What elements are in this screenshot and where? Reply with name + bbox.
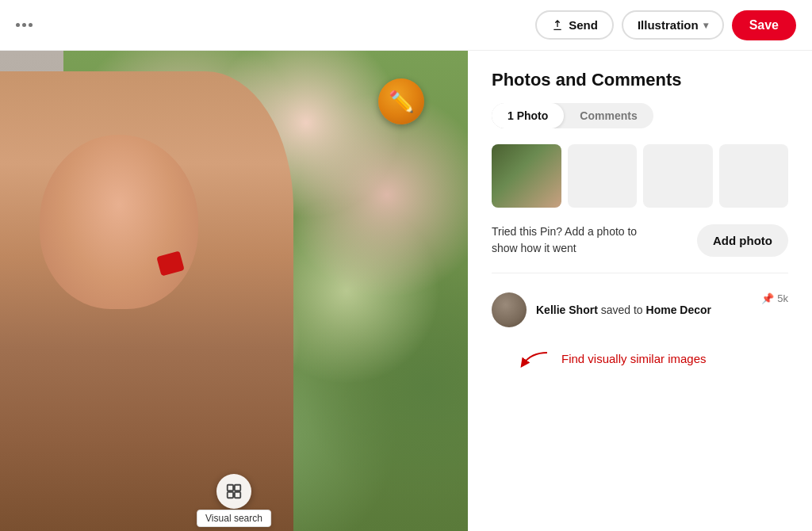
save-button[interactable]: Save	[732, 10, 796, 40]
visual-search-button[interactable]	[216, 474, 251, 509]
photo-slot-2	[568, 144, 638, 208]
more-options-button[interactable]	[16, 23, 33, 27]
right-panel: Photos and Comments 1 Photo Comments Tri…	[468, 51, 812, 531]
visual-search-icon	[225, 483, 243, 500]
svg-rect-3	[235, 492, 240, 498]
photo-thumbnail-1[interactable]	[492, 144, 561, 208]
pin-icon: 📌	[761, 292, 774, 304]
board-name[interactable]: Home Decor	[646, 304, 711, 316]
top-bar-right: Send Illustration ▾ Save	[535, 10, 796, 40]
face	[40, 135, 198, 309]
user-activity: Kellie Short saved to Home Decor 📌 5k	[492, 292, 788, 327]
top-bar: Send Illustration ▾ Save	[0, 0, 812, 51]
top-bar-left	[16, 23, 33, 27]
svg-rect-1	[235, 485, 240, 491]
tab-photo[interactable]: 1 Photo	[492, 103, 564, 128]
dot2	[22, 23, 26, 27]
send-label: Send	[569, 18, 598, 32]
action-text: saved to	[601, 304, 646, 316]
user-name[interactable]: Kellie Short	[536, 304, 598, 316]
svg-rect-2	[228, 492, 233, 498]
board-select-label: Illustration	[638, 18, 699, 32]
woman-figure	[0, 71, 293, 531]
save-count: 📌 5k	[761, 292, 788, 304]
arrow-icon	[492, 346, 555, 370]
save-count-value: 5k	[777, 292, 788, 304]
main-content: ✏️ Visual search Photos and Comments	[0, 51, 812, 531]
svg-rect-0	[228, 485, 233, 491]
photo-grid	[492, 144, 788, 208]
photo-slot-4	[719, 144, 789, 208]
avatar[interactable]	[492, 292, 527, 327]
pencil-icon: ✏️	[389, 90, 414, 114]
add-photo-description: Tried this Pin? Add a photo to show how …	[492, 223, 650, 257]
dot1	[16, 23, 20, 27]
image-panel: ✏️ Visual search	[0, 51, 468, 531]
visual-search-tooltip: Visual search	[197, 510, 271, 527]
section-title: Photos and Comments	[492, 70, 788, 90]
photo-comments-tabs: 1 Photo Comments	[492, 103, 653, 128]
photo-slot-3	[643, 144, 713, 208]
edit-icon-button[interactable]: ✏️	[378, 78, 424, 124]
chevron-down-icon: ▾	[703, 20, 708, 31]
find-similar-text[interactable]: Find visually similar images	[561, 352, 707, 365]
dot3	[29, 23, 33, 27]
avatar-image	[492, 292, 527, 327]
send-icon	[551, 19, 564, 32]
user-text: Kellie Short saved to Home Decor	[536, 302, 711, 319]
pin-image: ✏️ Visual search	[0, 51, 468, 531]
board-select-dropdown[interactable]: Illustration ▾	[622, 10, 724, 40]
tab-comments[interactable]: Comments	[564, 103, 653, 128]
add-photo-section: Tried this Pin? Add a photo to show how …	[492, 223, 788, 273]
find-similar-section: Find visually similar images	[492, 346, 788, 370]
send-button[interactable]: Send	[535, 10, 614, 40]
user-info: Kellie Short saved to Home Decor	[492, 292, 711, 327]
add-photo-button[interactable]: Add photo	[697, 224, 788, 257]
